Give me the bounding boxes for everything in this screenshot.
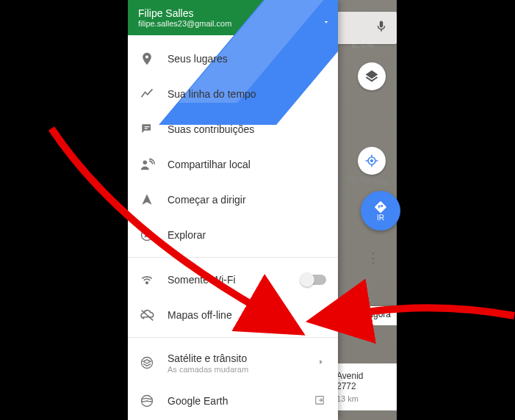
more-vert-icon: ⋮ [367,250,380,265]
snackbar: agora [362,306,397,325]
phone-viewport: R. Cap Av. São Félix IR ⋮ agora Avenid 2… [128,0,389,420]
menu-item-places[interactable]: Seus lugares [128,41,338,76]
nav-arrow-icon [140,192,168,207]
search-bar[interactable] [331,12,397,44]
compass-icon [140,228,168,242]
svg-point-6 [142,358,153,369]
go-fab[interactable]: IR [361,191,400,231]
contribution-icon [140,122,168,137]
menu-item-satellite-traffic[interactable]: Satélite e trânsito As camadas mudaram [128,342,338,383]
overflow-button[interactable]: ⋮ [364,250,382,266]
svg-point-4 [146,282,148,284]
locate-button[interactable] [358,147,386,175]
share-location-icon [140,157,168,172]
earth-icon [140,394,168,408]
menu-item-explore[interactable]: Explorar [128,217,338,253]
open-external-icon [313,394,326,409]
menu-item-contributions[interactable]: Suas contribuições [128,112,338,147]
mic-icon[interactable] [375,20,388,36]
divider [128,257,338,258]
crosshair-icon [364,153,379,168]
layers-button[interactable] [358,62,386,90]
menu-item-label: Explorar [168,229,326,241]
directions-icon [374,200,387,214]
pin-icon [140,51,168,66]
account-name: Filipe Salles [138,7,328,19]
menu-item-sublabel: As camadas mudaram [168,365,316,374]
layers-icon [364,69,379,84]
menu-item-google-earth[interactable]: Google Earth [128,383,338,419]
menu-item-label: Sua linha do tempo [168,88,326,100]
go-fab-label: IR [377,214,384,222]
svg-point-2 [143,161,148,165]
menu-item-start-driving[interactable]: Começar a dirigir [128,182,338,217]
wifi-toggle[interactable] [301,275,326,285]
place-card-line1: Avenid [336,371,391,381]
menu-item-label: Suas contribuições [168,123,326,135]
svg-point-1 [371,160,373,162]
account-email: filipe.salles23@gmail.com [138,19,328,28]
menu-item-label: Mapas off-line [168,309,326,321]
menu-item-offline-maps[interactable]: Mapas off-line [128,297,338,333]
menu-item-label: Seus lugares [168,53,326,65]
menu-item-share-location[interactable]: Compartilhar local [128,147,338,182]
divider [128,337,338,338]
menu-item-label: Google Earth [168,395,313,407]
chevron-down-icon[interactable] [322,16,331,29]
cloud-off-icon [140,308,168,322]
nav-drawer: Filipe Salles filipe.salles23@gmail.com … [128,0,338,420]
place-card[interactable]: Avenid 2772 13 km [331,363,397,410]
chevron-right-icon [316,357,326,369]
timeline-icon [140,87,168,101]
menu-item-label: Começar a dirigir [168,194,326,206]
wifi-icon [140,272,168,287]
menu-item-label: Compartilhar local [168,159,326,170]
place-card-line2: 2772 [336,381,391,391]
menu-item-wifi-only[interactable]: Somente Wi-Fi [128,262,338,297]
drawer-header[interactable]: Filipe Salles filipe.salles23@gmail.com [128,0,338,35]
layers-round-icon [140,355,168,370]
menu-item-label: Somente Wi-Fi [168,274,301,286]
place-card-distance: 13 km [336,394,391,403]
menu-item-label: Satélite e trânsito As camadas mudaram [168,352,316,374]
menu-item-timeline[interactable]: Sua linha do tempo [128,76,338,112]
drawer-menu: Seus lugares Sua linha do tempo Suas con… [128,35,338,420]
